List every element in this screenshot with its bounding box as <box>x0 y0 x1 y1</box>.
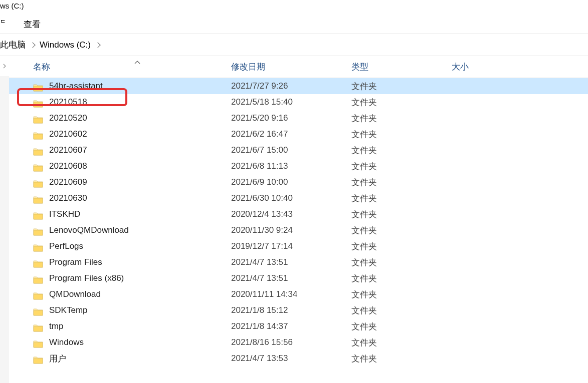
cell-name: 20210630 <box>9 193 231 203</box>
file-name: PerfLogs <box>49 241 83 251</box>
folder-icon <box>33 274 43 282</box>
cell-name: 用户 <box>9 353 231 364</box>
cell-name: 20210607 <box>9 145 231 155</box>
cell-type: 文件夹 <box>351 177 452 188</box>
folder-icon <box>33 354 43 362</box>
file-row[interactable]: 202106082021/6/8 11:13文件夹 <box>9 158 588 174</box>
column-header-name[interactable]: 名称 <box>9 61 231 73</box>
file-name: 54hr-assistant <box>49 81 103 91</box>
file-name: Program Files (x86) <box>49 273 124 283</box>
chevron-right-icon[interactable] <box>95 42 100 48</box>
file-name: tmp <box>49 321 63 331</box>
cell-type: 文件夹 <box>351 113 452 124</box>
expand-nav-button[interactable] <box>0 56 9 76</box>
file-row[interactable]: tmp2021/1/8 14:37文件夹 <box>9 318 588 334</box>
cell-name: Program Files <box>9 257 231 267</box>
breadcrumb-label: 此电脑 <box>0 39 26 51</box>
file-name: Windows <box>49 337 84 347</box>
column-header-type[interactable]: 类型 <box>351 61 452 73</box>
address-bar[interactable]: 此电脑 Windows (C:) <box>0 34 588 56</box>
file-name: 20210630 <box>49 193 87 203</box>
breadcrumb-this-pc[interactable]: 此电脑 <box>0 39 40 51</box>
cell-name: 20210609 <box>9 177 231 187</box>
file-row[interactable]: Program Files (x86)2021/4/7 13:51文件夹 <box>9 270 588 286</box>
folder-icon <box>33 226 43 234</box>
menu-item-view[interactable]: 查看 <box>24 19 41 30</box>
cell-type: 文件夹 <box>351 305 452 316</box>
cell-name: tmp <box>9 321 231 331</box>
column-label: 名称 <box>33 62 50 72</box>
file-row[interactable]: Program Files2021/4/7 13:51文件夹 <box>9 254 588 270</box>
breadcrumb-drive[interactable]: Windows (C:) <box>40 40 105 50</box>
cell-type: 文件夹 <box>351 257 452 268</box>
cell-type: 文件夹 <box>351 289 452 300</box>
column-label: 大小 <box>452 62 469 72</box>
cell-name: Program Files (x86) <box>9 273 231 283</box>
menu-bar: ᄃ 查看 <box>0 15 588 34</box>
cell-name: 20210602 <box>9 129 231 139</box>
cell-type: 文件夹 <box>351 225 452 236</box>
cell-type: 文件夹 <box>351 273 452 284</box>
cell-type: 文件夹 <box>351 353 452 364</box>
cell-type: 文件夹 <box>351 193 452 204</box>
file-row[interactable]: 202106072021/6/7 15:00文件夹 <box>9 142 588 158</box>
cell-date: 2021/5/18 15:40 <box>231 97 351 107</box>
file-row[interactable]: 202106092021/6/9 10:00文件夹 <box>9 174 588 190</box>
folder-icon <box>33 338 43 346</box>
file-name: 20210609 <box>49 177 87 187</box>
file-name: 用户 <box>49 353 66 364</box>
file-row[interactable]: 202106302021/6/30 10:40文件夹 <box>9 190 588 206</box>
file-row[interactable]: 54hr-assistant2021/7/27 9:26文件夹 <box>9 78 588 94</box>
cell-name: PerfLogs <box>9 241 231 251</box>
file-name: Program Files <box>49 257 102 267</box>
cell-type: 文件夹 <box>351 337 452 348</box>
folder-icon <box>33 82 43 90</box>
cell-type: 文件夹 <box>351 97 452 108</box>
file-name: 20210518 <box>49 97 87 107</box>
folder-icon <box>33 210 43 218</box>
column-header-date[interactable]: 修改日期 <box>231 61 351 73</box>
cell-date: 2021/6/30 10:40 <box>231 193 351 203</box>
cell-date: 2021/4/7 13:53 <box>231 353 351 363</box>
column-headers: 名称 修改日期 类型 大小 <box>9 56 588 78</box>
column-header-size[interactable]: 大小 <box>452 61 532 73</box>
file-name: LenovoQMDownload <box>49 225 129 235</box>
file-row[interactable]: ITSKHD2020/12/4 13:43文件夹 <box>9 206 588 222</box>
cell-date: 2020/11/30 9:24 <box>231 225 351 235</box>
file-list: 54hr-assistant2021/7/27 9:26文件夹202105182… <box>9 78 588 366</box>
file-row[interactable]: SDKTemp2021/1/8 15:12文件夹 <box>9 302 588 318</box>
cell-name: 20210608 <box>9 161 231 171</box>
menu-item-1[interactable]: ᄃ <box>0 20 9 30</box>
folder-icon <box>33 98 43 106</box>
cell-date: 2021/6/8 11:13 <box>231 161 351 171</box>
file-row[interactable]: PerfLogs2019/12/7 17:14文件夹 <box>9 238 588 254</box>
file-row[interactable]: 202105182021/5/18 15:40文件夹 <box>9 94 588 110</box>
file-row[interactable]: 202105202021/5/20 9:16文件夹 <box>9 110 588 126</box>
nav-pane-collapsed <box>0 56 9 383</box>
folder-icon <box>33 242 43 250</box>
title-bar: ws (C:) <box>0 0 588 15</box>
cell-date: 2021/5/20 9:16 <box>231 113 351 123</box>
cell-date: 2021/6/9 10:00 <box>231 177 351 187</box>
file-name: 20210608 <box>49 161 87 171</box>
file-row[interactable]: 用户2021/4/7 13:53文件夹 <box>9 350 588 366</box>
cell-name: SDKTemp <box>9 305 231 315</box>
cell-type: 文件夹 <box>351 161 452 172</box>
chevron-right-icon[interactable] <box>30 42 35 48</box>
cell-date: 2021/4/7 13:51 <box>231 257 351 267</box>
cell-date: 2020/12/4 13:43 <box>231 209 351 219</box>
file-row[interactable]: 202106022021/6/2 16:47文件夹 <box>9 126 588 142</box>
cell-date: 2021/6/7 15:00 <box>231 145 351 155</box>
cell-date: 2021/1/8 14:37 <box>231 321 351 331</box>
cell-date: 2020/11/11 14:34 <box>231 289 351 299</box>
folder-icon <box>33 258 43 266</box>
file-row[interactable]: LenovoQMDownload2020/11/30 9:24文件夹 <box>9 222 588 238</box>
cell-date: 2021/4/7 13:51 <box>231 273 351 283</box>
cell-type: 文件夹 <box>351 81 452 92</box>
folder-icon <box>33 306 43 314</box>
file-name: ITSKHD <box>49 209 80 219</box>
file-name: 20210602 <box>49 129 87 139</box>
file-row[interactable]: Windows2021/8/16 15:56文件夹 <box>9 334 588 350</box>
file-row[interactable]: QMDownload2020/11/11 14:34文件夹 <box>9 286 588 302</box>
folder-icon <box>33 114 43 122</box>
